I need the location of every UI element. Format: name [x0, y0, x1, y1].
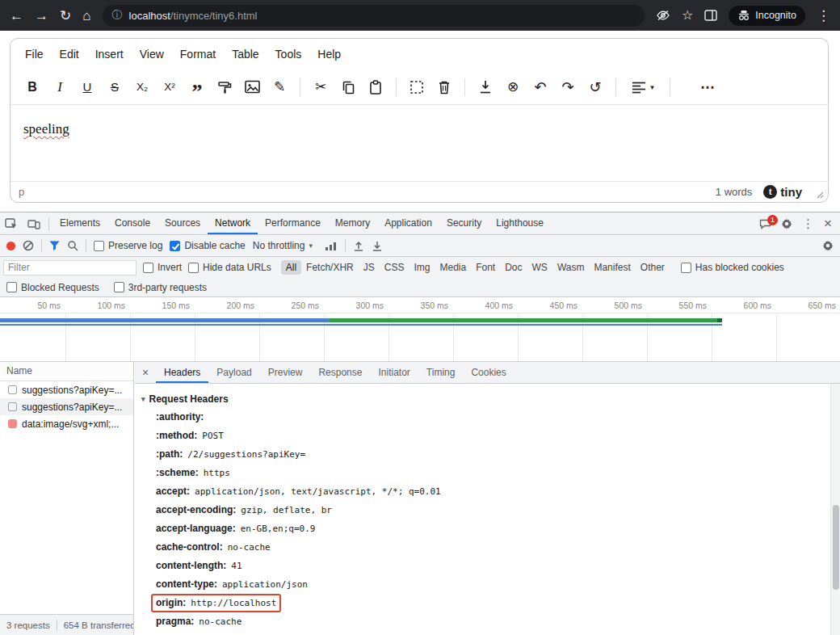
checkbox[interactable]	[94, 241, 104, 251]
throttling-dropdown[interactable]: No throttling ▾	[253, 240, 313, 251]
filter-pill-img[interactable]: Img	[409, 260, 435, 275]
menu-edit[interactable]: Edit	[52, 44, 87, 65]
third-party-requests-checkbox[interactable]: 3rd-party requests	[114, 282, 207, 293]
close-devtools-icon[interactable]: ×	[824, 217, 832, 230]
details-tab-preview[interactable]: Preview	[260, 362, 311, 383]
superscript-button[interactable]: X²	[158, 76, 181, 99]
checkbox[interactable]	[681, 263, 691, 273]
checkbox-checked[interactable]	[170, 241, 180, 251]
tab-memory[interactable]: Memory	[328, 212, 377, 234]
blocked-requests-checkbox[interactable]: Blocked Requests	[6, 282, 99, 293]
details-tab-timing[interactable]: Timing	[418, 362, 464, 383]
name-column-header[interactable]: Name	[0, 362, 133, 381]
menu-view[interactable]: View	[132, 44, 172, 65]
checkbox[interactable]	[143, 263, 153, 273]
tab-console[interactable]: Console	[107, 212, 158, 234]
tab-performance[interactable]: Performance	[258, 212, 328, 234]
clear-network-log-icon[interactable]	[23, 240, 34, 251]
tab-network[interactable]: Network	[208, 212, 258, 234]
filter-pill-doc[interactable]: Doc	[500, 260, 527, 275]
tab-sources[interactable]: Sources	[158, 212, 208, 234]
has-blocked-cookies-checkbox[interactable]: Has blocked cookies	[681, 262, 784, 273]
site-info-icon[interactable]: ⓘ	[112, 8, 123, 23]
bookmark-star-icon[interactable]: ☆	[682, 9, 693, 22]
word-count[interactable]: 1 words	[716, 186, 753, 198]
details-tab-headers[interactable]: Headers	[156, 362, 208, 383]
invert-checkbox[interactable]: Invert	[143, 262, 182, 273]
delete-button[interactable]	[433, 76, 456, 99]
device-toolbar-icon[interactable]	[23, 212, 45, 234]
filter-input[interactable]	[3, 260, 136, 275]
bold-button[interactable]: B	[21, 76, 44, 99]
visibility-off-icon[interactable]	[656, 10, 670, 21]
details-tab-initiator[interactable]: Initiator	[370, 362, 418, 383]
filter-pill-media[interactable]: Media	[435, 260, 471, 275]
menu-help[interactable]: Help	[309, 44, 349, 65]
subscript-button[interactable]: X₂	[131, 76, 153, 99]
scrollbar[interactable]	[830, 384, 840, 635]
preserve-log-checkbox[interactable]: Preserve log	[94, 240, 162, 251]
filter-pill-fetch-xhr[interactable]: Fetch/XHR	[301, 260, 359, 275]
inspect-element-icon[interactable]	[0, 212, 23, 234]
filter-pill-ws[interactable]: WS	[527, 260, 552, 275]
filter-pill-js[interactable]: JS	[359, 260, 380, 275]
details-tab-cookies[interactable]: Cookies	[463, 362, 514, 383]
devtools-settings-icon[interactable]	[781, 218, 792, 229]
headers-content[interactable]: ▾ Request Headers :authority: :method:PO…	[135, 384, 830, 635]
record-network-log-button[interactable]	[6, 242, 15, 250]
side-panel-icon[interactable]	[704, 10, 717, 21]
italic-button[interactable]: I	[48, 76, 71, 99]
download-button[interactable]	[474, 76, 497, 99]
menu-tools[interactable]: Tools	[267, 44, 310, 65]
tab-security[interactable]: Security	[439, 212, 489, 234]
request-headers-section[interactable]: ▾ Request Headers	[141, 390, 830, 408]
resize-grip-icon[interactable]	[817, 191, 824, 199]
tab-application[interactable]: Application	[377, 212, 439, 234]
format-painter-button[interactable]	[213, 76, 236, 99]
strikethrough-button[interactable]: S	[103, 76, 126, 99]
menu-table[interactable]: Table	[224, 44, 267, 65]
underline-button[interactable]: U	[76, 76, 99, 99]
redo-button[interactable]: ↷	[556, 76, 579, 99]
copy-button[interactable]	[337, 76, 359, 99]
tiny-brand[interactable]: t tiny	[763, 185, 802, 199]
back-icon[interactable]: ←	[10, 9, 23, 23]
network-settings-icon[interactable]	[822, 240, 834, 251]
editor-content-area[interactable]: speeling	[10, 105, 828, 181]
request-row-selected[interactable]: suggestions?apiKey=...	[0, 398, 133, 415]
request-row[interactable]: suggestions?apiKey=...	[0, 381, 133, 398]
menu-insert[interactable]: Insert	[87, 44, 132, 65]
tab-lighthouse[interactable]: Lighthouse	[489, 212, 551, 234]
permanent-pen-button[interactable]: ✎	[268, 76, 291, 99]
hide-data-urls-checkbox[interactable]: Hide data URLs	[188, 262, 271, 273]
cut-button[interactable]: ✂	[309, 76, 332, 99]
blockquote-button[interactable]: ”	[186, 76, 208, 99]
devtools-menu-kebab-icon[interactable]: ⋮	[802, 217, 814, 229]
filter-pill-other[interactable]: Other	[636, 260, 670, 275]
filter-pill-wasm[interactable]: Wasm	[552, 260, 590, 275]
export-har-icon[interactable]	[372, 241, 383, 251]
forward-icon[interactable]: →	[35, 9, 48, 23]
reload-icon[interactable]: ↻	[60, 9, 71, 23]
search-icon[interactable]	[67, 240, 78, 251]
more-toolbar-items-button[interactable]: ⋯	[696, 76, 719, 99]
checkbox[interactable]	[114, 282, 124, 292]
url-bar[interactable]: ⓘ localhost/tinymce/tiny6.html	[103, 5, 645, 27]
filter-pill-css[interactable]: CSS	[380, 260, 410, 275]
cancel-button[interactable]: ⊗	[502, 76, 524, 99]
home-icon[interactable]: ⌂	[82, 9, 90, 23]
insert-image-button[interactable]	[241, 76, 263, 99]
restore-draft-button[interactable]: ↺	[584, 76, 607, 99]
request-row[interactable]: data:image/svg+xml;...	[0, 415, 133, 432]
align-dropdown-button[interactable]: ▾	[625, 76, 661, 99]
filter-pill-all[interactable]: All	[281, 260, 301, 275]
checkbox[interactable]	[188, 263, 199, 273]
paste-button[interactable]	[364, 76, 387, 99]
undo-button[interactable]: ↶	[529, 76, 552, 99]
details-tab-response[interactable]: Response	[310, 362, 370, 383]
checkbox[interactable]	[6, 282, 17, 292]
filter-pill-font[interactable]: Font	[471, 260, 500, 275]
select-all-button[interactable]	[405, 76, 428, 99]
menu-format[interactable]: Format	[172, 44, 224, 65]
filter-pill-manifest[interactable]: Manifest	[589, 260, 635, 275]
